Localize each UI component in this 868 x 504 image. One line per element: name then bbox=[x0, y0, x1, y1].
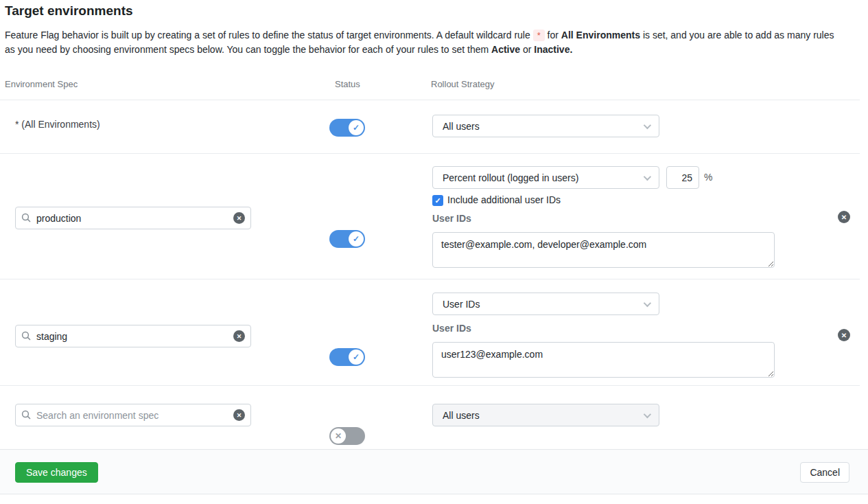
checkbox-check-icon: ✓ bbox=[434, 196, 441, 205]
rollout-strategy-select[interactable]: Percent rollout (logged in users) bbox=[432, 166, 659, 189]
rollout-strategy-select[interactable]: User IDs bbox=[432, 293, 659, 315]
target-environments-panel: Target environments Feature Flag behavio… bbox=[0, 0, 868, 504]
environment-spec-search: ✕ bbox=[15, 325, 251, 347]
rollout-strategy-value: All users bbox=[443, 121, 638, 132]
user-ids-textarea[interactable]: tester@example.com, developer@example.co… bbox=[432, 232, 775, 268]
status-toggle[interactable]: ✓ bbox=[329, 348, 365, 366]
environment-spec-input[interactable] bbox=[15, 207, 251, 229]
rollout-strategy-value: Percent rollout (logged in users) bbox=[443, 172, 638, 183]
description-text: for bbox=[548, 30, 559, 41]
description-text: or bbox=[523, 44, 531, 55]
column-header-status: Status bbox=[335, 79, 360, 89]
description-bold-all-environments: All Environments bbox=[561, 30, 640, 41]
toggle-cross-icon: ✕ bbox=[331, 428, 346, 444]
user-ids-textarea[interactable]: user123@example.com bbox=[432, 342, 775, 378]
chevron-down-icon bbox=[644, 299, 651, 306]
column-header-environment-spec: Environment Spec bbox=[5, 79, 78, 89]
column-header-rollout-strategy: Rollout Strategy bbox=[431, 79, 495, 89]
rollout-strategy-select[interactable]: All users bbox=[432, 115, 659, 137]
environment-spec-label: * (All Environments) bbox=[15, 119, 100, 130]
wildcard-badge: * bbox=[533, 30, 545, 41]
clear-input-icon[interactable]: ✕ bbox=[233, 212, 245, 224]
status-toggle[interactable]: ✓ bbox=[329, 230, 365, 248]
environment-spec-input[interactable] bbox=[15, 404, 251, 426]
toggle-check-icon: ✓ bbox=[349, 350, 364, 365]
page-description: Feature Flag behavior is built up by cre… bbox=[5, 28, 846, 57]
description-text: Feature Flag behavior is built up by cre… bbox=[5, 30, 530, 41]
remove-rule-icon[interactable]: ✕ bbox=[838, 211, 850, 223]
environment-spec-search: ✕ bbox=[15, 207, 251, 229]
save-changes-button[interactable]: Save changes bbox=[15, 462, 98, 483]
clear-input-icon[interactable]: ✕ bbox=[233, 330, 245, 342]
chevron-down-icon bbox=[644, 121, 651, 128]
rule-row-production: ✕ ✓ Percent rollout (logged in users) % … bbox=[0, 153, 860, 279]
user-ids-section-label: User IDs bbox=[432, 213, 471, 224]
rule-row-all-environments: * (All Environments) ✓ All users bbox=[0, 100, 860, 153]
rule-row-staging: ✕ ✓ User IDs User IDs user123@example.co… bbox=[0, 279, 860, 385]
toggle-check-icon: ✓ bbox=[349, 120, 364, 135]
rollout-strategy-value: User IDs bbox=[443, 299, 638, 310]
status-toggle[interactable]: ✕ bbox=[329, 427, 365, 445]
description-bold-inactive: Inactive. bbox=[534, 44, 572, 55]
rollout-strategy-select: All users bbox=[432, 404, 659, 426]
clear-input-icon[interactable]: ✕ bbox=[233, 409, 245, 421]
page-title: Target environments bbox=[5, 3, 133, 19]
status-toggle[interactable]: ✓ bbox=[329, 119, 365, 137]
include-user-ids-label[interactable]: Include additional user IDs bbox=[447, 194, 561, 205]
remove-rule-icon[interactable]: ✕ bbox=[838, 329, 850, 341]
environment-spec-search: ✕ bbox=[15, 404, 251, 426]
percent-rollout-input[interactable] bbox=[666, 166, 699, 189]
percent-sign-label: % bbox=[704, 172, 712, 183]
environment-spec-input[interactable] bbox=[15, 325, 251, 347]
cancel-button[interactable]: Cancel bbox=[800, 462, 849, 483]
description-bold-active: Active bbox=[491, 44, 520, 55]
toggle-check-icon: ✓ bbox=[349, 231, 364, 247]
chevron-down-icon bbox=[644, 172, 651, 180]
footer-action-bar: Save changes Cancel bbox=[0, 449, 868, 494]
user-ids-section-label: User IDs bbox=[432, 323, 471, 334]
rule-row-new: ✕ ✕ All users bbox=[0, 385, 860, 449]
rollout-strategy-value: All users bbox=[443, 410, 638, 421]
include-user-ids-checkbox[interactable]: ✓ bbox=[432, 195, 443, 206]
chevron-down-icon bbox=[644, 410, 651, 417]
